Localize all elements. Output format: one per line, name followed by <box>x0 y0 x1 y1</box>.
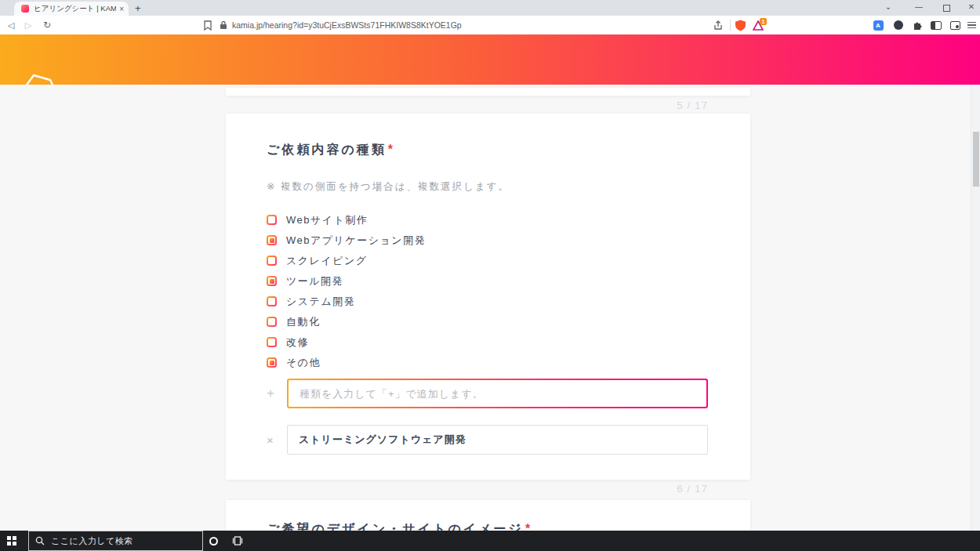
search-icon <box>35 536 45 546</box>
required-mark: * <box>388 143 395 156</box>
add-type-input-border <box>287 379 708 408</box>
added-item-text: ストリーミングソフトウェア開発 <box>299 433 466 447</box>
cortana-button[interactable] <box>204 531 223 551</box>
share-icon[interactable] <box>710 16 726 34</box>
checkbox-option-row[interactable]: Webアプリケーション開発 <box>267 235 708 245</box>
extension-circle-icon[interactable] <box>891 16 906 34</box>
browser-toolbar: ◁ ▷ ↻ kamia.jp/hearing?id=y3tuCjExsBWSts… <box>0 16 980 34</box>
site-favicon <box>21 5 29 13</box>
task-view-icon <box>232 536 243 546</box>
side-panel-icon[interactable] <box>928 16 944 34</box>
page-indicator-6: 6 / 17 <box>226 483 708 495</box>
checkbox-icon[interactable] <box>267 357 277 368</box>
lock-icon[interactable] <box>218 16 229 34</box>
next-question-card: ご希望のデザイン・サイトのイメージ* <box>226 500 750 531</box>
checkbox-option-row[interactable]: システム開発 <box>267 296 708 306</box>
checkbox-option-row[interactable]: 改修 <box>267 337 708 347</box>
tab-close-icon[interactable]: × <box>119 5 124 13</box>
checkbox-icon[interactable] <box>267 337 277 347</box>
window-close-button[interactable]: ✕ <box>964 2 978 11</box>
checkbox-option-row[interactable]: スクレイピング <box>267 256 708 266</box>
start-button[interactable] <box>0 531 24 551</box>
browser-tab[interactable]: ヒアリングシート | KAMIA × <box>14 2 129 16</box>
tab-search-chevron-icon[interactable]: ⌄ <box>881 2 895 11</box>
translate-icon[interactable]: A <box>870 16 886 34</box>
reload-button[interactable]: ↻ <box>39 16 55 34</box>
page-indicator-5: 5 / 17 <box>226 100 708 111</box>
taskbar-search-box[interactable]: ここに入力して検索 <box>28 531 203 551</box>
question-card: ご依頼内容の種類* ※ 複数の側面を持つ場合は、複数選択します。 Webサイト制… <box>226 114 750 480</box>
extensions-puzzle-icon[interactable] <box>909 16 925 34</box>
checkbox-label: 自動化 <box>286 315 321 329</box>
checkbox-icon[interactable] <box>267 235 277 245</box>
forward-button[interactable]: ▷ <box>20 16 36 34</box>
scrollbar-track[interactable] <box>971 85 980 531</box>
adblock-badge: 1 <box>760 18 767 25</box>
add-type-input[interactable] <box>289 380 706 407</box>
checkbox-option-row[interactable]: その他 <box>267 357 708 368</box>
new-tab-button[interactable]: + <box>135 2 141 14</box>
question-title: ご依頼内容の種類* <box>267 142 708 158</box>
added-items-list: × ストリーミングソフトウェア開発 <box>267 425 708 455</box>
checkbox-option-row[interactable]: Webサイト制作 <box>267 215 708 225</box>
scrollbar-thumb[interactable] <box>973 132 979 187</box>
added-item-input[interactable]: ストリーミングソフトウェア開発 <box>287 425 708 455</box>
checkbox-label: Webサイト制作 <box>286 213 368 227</box>
checkbox-icon[interactable] <box>267 296 277 306</box>
checkbox-label: ツール開発 <box>286 274 343 288</box>
windows-logo-icon <box>7 536 16 546</box>
window-minimize-button[interactable]: — <box>912 2 926 11</box>
checkbox-icon[interactable] <box>267 276 277 286</box>
question-note: ※ 複数の側面を持つ場合は、複数選択します。 <box>267 180 708 194</box>
checkbox-option-row[interactable]: 自動化 <box>267 317 708 327</box>
site-header: KAMIA <box>0 34 980 85</box>
checkbox-label: その他 <box>286 356 321 370</box>
toolbar-divider <box>730 20 731 31</box>
cortana-icon <box>209 537 218 546</box>
options-list: Webサイト制作 Webアプリケーション開発 スクレイピング ツール開発 システ… <box>267 215 708 368</box>
checkbox-label: スクレイピング <box>286 254 368 268</box>
browser-panel-icon[interactable] <box>947 16 963 34</box>
checkbox-icon[interactable] <box>267 256 277 266</box>
checkbox-icon[interactable] <box>267 317 277 327</box>
back-button[interactable]: ◁ <box>3 16 19 34</box>
checkbox-label: 改修 <box>286 335 309 350</box>
add-item-button[interactable]: + <box>267 386 278 401</box>
checkbox-label: システム開発 <box>286 295 355 309</box>
taskbar-search-placeholder: ここに入力して検索 <box>51 535 133 547</box>
add-type-row: + <box>267 379 708 408</box>
checkbox-label: Webアプリケーション開発 <box>286 234 426 248</box>
checkbox-icon[interactable] <box>267 215 277 225</box>
added-item-row: × ストリーミングソフトウェア開発 <box>267 425 708 455</box>
tab-title: ヒアリングシート | KAMIA <box>34 4 116 14</box>
remove-item-button[interactable]: × <box>267 433 278 447</box>
url-bar[interactable]: kamia.jp/hearing?id=y3tuCjExsBWSts71FHKI… <box>232 16 462 34</box>
checkbox-option-row[interactable]: ツール開発 <box>267 276 708 286</box>
next-question-title: ご希望のデザイン・サイトのイメージ* <box>267 521 708 531</box>
task-view-button[interactable] <box>227 531 248 551</box>
previous-question-card-bottom <box>226 88 750 96</box>
form-scroll-area: 5 / 17 ご依頼内容の種類* ※ 複数の側面を持つ場合は、複数選択します。 … <box>0 85 980 531</box>
adblock-icon[interactable]: 1 <box>750 16 767 34</box>
window-maximize-button[interactable] <box>943 5 950 12</box>
menu-icon[interactable] <box>964 16 978 34</box>
browser-titlebar: ヒアリングシート | KAMIA × + ⌄ — ✕ <box>0 0 980 16</box>
brave-shield-icon[interactable] <box>732 16 748 34</box>
bookmark-icon[interactable] <box>201 16 215 34</box>
